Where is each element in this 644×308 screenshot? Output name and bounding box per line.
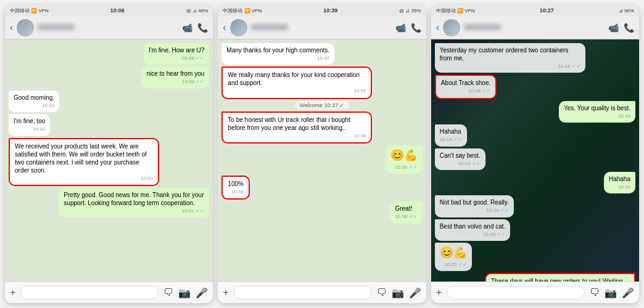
message-row-2: nice to hear from you10:00 ✓✓ [9,67,209,88]
message-time: 10:20 ✓✓ [440,208,509,214]
back-button[interactable]: ‹ [436,22,439,33]
message-row-7: Great!10:38 ✓✓ [221,201,422,223]
status-time: 10:06 [110,7,125,14]
message-text: Great! [395,205,417,213]
camera-icon[interactable]: 📷 [605,287,617,299]
message-time: 10:37 [228,88,366,94]
mic-icon[interactable]: 🎤 [622,287,634,299]
contact-name [464,24,605,31]
bubble-1: I'm fine. How are U?09:58 ✓✓ [144,43,209,65]
message-text: Yesterday my customer ordered two contai… [440,46,580,62]
bubble-5: 😊💪10:38 ✓✓ [386,145,423,174]
message-time: 10:00 [14,126,45,132]
phone-call-icon[interactable]: 📞 [411,23,421,33]
phone-container: 中国移动 🛜 VPN 10:06 @ ⊿ 46% ‹ 📹 📞 I'm fine.… [0,0,644,308]
back-button[interactable]: ‹ [223,22,226,33]
header-icons: 📹 📞 [395,23,421,33]
bottom-bar: + 🗨 📷 🎤 [5,282,213,303]
phone-2: 中国移动 🛜 VPN 10:39 @ ⊿ 29% ‹ 📹 📞 Many than… [218,5,426,303]
camera-icon[interactable]: 📷 [392,287,404,299]
chat-header: ‹ 📹 📞 [431,16,639,39]
message-time: 10:37 [226,55,329,62]
bubble-1: Yesterday my customer ordered two contai… [435,43,585,73]
message-text: These days will have new orders to you! … [491,277,629,282]
message-time: 10:38 ✓✓ [390,164,418,171]
status-time: 10:27 [540,7,554,14]
message-text: About Track shoe. [441,79,491,87]
bubble-2: We really many thanks for your kind coop… [221,67,372,99]
contact-name [251,24,392,31]
message-row-6: Hahaha10:19 [435,172,635,193]
message-row-5: 😊💪10:38 ✓✓ [221,145,422,174]
sticker-icon[interactable]: 🗨 [163,287,173,298]
message-time: 10:19 ✓✓ [440,161,481,167]
message-input[interactable] [20,286,159,299]
bubble-7: Great!10:38 ✓✓ [390,201,422,223]
plus-button[interactable]: + [436,287,442,298]
message-time: 10:00 [15,176,153,182]
mic-icon[interactable]: 🎤 [196,287,208,299]
camera-icon[interactable]: 📷 [178,287,191,299]
message-text: Hahaha [440,128,462,136]
sticker-icon[interactable]: 🗨 [377,287,387,298]
bubble-10: These days will have new orders to you! … [485,273,635,282]
message-row-4: To be honest with Ur track roller that i… [221,111,422,144]
status-left: 中国移动 🛜 VPN [436,7,475,14]
chat-header: ‹ 📹 📞 [5,16,213,39]
message-input[interactable] [447,286,585,299]
message-time: 10:00 ✓✓ [146,79,204,85]
center-label: Welcome 10:37 ✓ [295,101,350,110]
bubble-4: Hahaha10:19 ✓✓ [435,124,467,146]
chat-area: I'm fine. How are U?09:58 ✓✓nice to hear… [5,39,213,282]
message-row-4: I'm fine, too10:00 [9,114,209,136]
mic-icon[interactable]: 🎤 [409,287,421,299]
status-bar: 中国移动 🛜 VPN 10:06 @ ⊿ 46% [5,5,213,16]
video-call-icon[interactable]: 📹 [395,23,406,33]
message-time: 10:19 ✓✓ [440,137,462,143]
chat-area: Many thanks for your high comments.10:37… [218,39,426,282]
bubble-7: Not bad but good. Really.10:20 ✓✓ [435,195,514,217]
header-icons: 📹 📞 [608,23,634,33]
phone-call-icon[interactable]: 📞 [197,23,208,33]
message-time: 10:18 ✓✓ [440,63,580,70]
status-right: ⊿ 96% [619,8,634,14]
phone-call-icon[interactable]: 📞 [624,23,634,33]
phone-3: 中国移动 🛜 VPN 10:27 ⊿ 96% ‹ 📹 📞 Yesterday m… [431,5,639,303]
message-input[interactable] [234,286,372,299]
message-time: 10:19 [609,184,630,190]
bubble-8: Best than volvo and cat.10:20 ✓✓ [435,219,511,241]
message-time: 10:19 [564,113,630,120]
message-time: 10:00 [14,103,54,109]
avatar [230,19,247,36]
message-row-3: Yes. Your quality is best.10:19 [435,101,635,123]
message-text: I'm fine. How are U? [149,46,204,54]
message-row-9: 😊💪10:20 ✓✓ [435,243,635,271]
message-time: 10:20 ✓✓ [440,232,506,238]
message-text: Hahaha [609,175,630,183]
status-right: @ ⊿ 46% [186,8,208,14]
message-text: I'm fine, too [14,117,45,125]
status-time: 10:39 [323,7,337,14]
contact-name [38,24,178,31]
emoji-content: 😊💪 [390,148,418,163]
bubble-4: To be honest with Ur track roller that i… [221,111,372,144]
phone-1: 中国移动 🛜 VPN 10:06 @ ⊿ 46% ‹ 📹 📞 I'm fine.… [5,5,213,303]
message-row-2: About Track shoe.10:18 ✓✓ [435,75,635,99]
message-time: 10:01 ✓✓ [64,208,204,214]
message-text: Many thanks for your high comments. [226,46,329,54]
message-row-2: We really many thanks for your kind coop… [221,67,422,99]
sticker-icon[interactable]: 🗨 [590,287,600,298]
plus-button[interactable]: + [223,287,228,298]
bubble-9: 😊💪10:20 ✓✓ [435,243,472,271]
bubble-2: nice to hear from you10:00 ✓✓ [141,67,209,88]
message-text: Can't say best. [440,152,481,160]
back-button[interactable]: ‹ [10,22,13,33]
message-text: Best than volvo and cat. [440,222,506,230]
status-left: 中国移动 🛜 VPN [223,7,262,14]
plus-button[interactable]: + [10,287,15,298]
video-call-icon[interactable]: 📹 [182,23,192,33]
message-row-5: We received your products last week. We … [9,138,209,186]
video-call-icon[interactable]: 📹 [608,23,619,33]
message-row-8: Best than volvo and cat.10:20 ✓✓ [435,219,635,241]
message-text: nice to hear from you [146,70,204,78]
